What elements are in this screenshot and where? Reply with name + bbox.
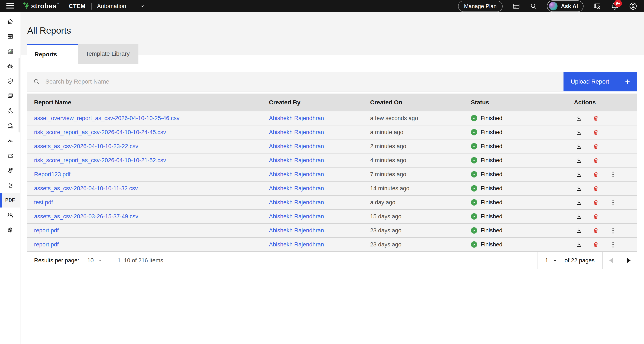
delete-button[interactable]	[593, 213, 599, 220]
table-row: assets_as_csv-2026-04-10-10-11-32.csv Ab…	[27, 181, 637, 196]
next-page-button[interactable]	[620, 252, 637, 269]
search-icon[interactable]	[530, 2, 537, 10]
sidebar-item-activity[interactable]	[0, 133, 20, 148]
sidebar-item-automation-sync[interactable]	[0, 118, 20, 133]
download-button[interactable]	[576, 115, 582, 122]
status-check-icon	[471, 185, 477, 191]
status-check-icon	[471, 227, 477, 234]
created-by-link[interactable]: Abishekh Rajendhran	[269, 227, 324, 234]
status-cell: Finished	[471, 171, 574, 178]
overflow-menu-button[interactable]	[610, 227, 616, 234]
sidebar-item-vulnerabilities[interactable]	[0, 59, 20, 74]
menu-icon[interactable]	[6, 3, 14, 9]
status-check-icon	[471, 115, 477, 121]
upload-report-button[interactable]: Upload Report +	[564, 72, 637, 91]
created-by-link[interactable]: Abishekh Rajendhran	[269, 129, 324, 136]
created-by-link[interactable]: Abishekh Rajendhran	[269, 241, 324, 248]
created-by-link[interactable]: Abishekh Rajendhran	[269, 185, 324, 191]
items-range-label: 1–10 of 216 items	[118, 257, 163, 264]
chevron-down-icon	[553, 258, 557, 263]
tab-bar: Reports Template Library	[27, 44, 138, 64]
status-label: Finished	[481, 241, 502, 248]
manage-plan-button[interactable]: Manage Plan	[458, 1, 502, 12]
status-cell: Finished	[471, 157, 574, 164]
created-by-link[interactable]: Abishekh Rajendhran	[269, 115, 324, 121]
per-page-select[interactable]: 10	[87, 257, 103, 264]
download-button[interactable]	[576, 143, 582, 150]
report-name-link[interactable]: risk_score_report_as_csv-2026-04-10-10-2…	[34, 129, 166, 136]
column-header-report-name: Report Name	[27, 99, 269, 106]
previous-page-button[interactable]	[603, 252, 620, 269]
download-button[interactable]	[576, 241, 582, 248]
report-name-link[interactable]: assets_as_csv-2026-04-10-10-23-22.csv	[34, 143, 138, 150]
total-pages-label: of 22 pages	[564, 257, 594, 264]
created-by-link[interactable]: Abishekh Rajendhran	[269, 171, 324, 177]
sidebar-item-patch-cycle[interactable]	[0, 163, 20, 178]
sidebar-item-assets-table[interactable]	[0, 88, 20, 103]
left-sidebar: PDF	[0, 12, 20, 344]
demo-video-icon[interactable]	[593, 2, 601, 10]
activity-icon	[6, 137, 14, 144]
billing-card-icon[interactable]	[512, 2, 520, 10]
user-avatar-icon[interactable]	[629, 2, 638, 11]
ask-ai-button[interactable]: Ask AI	[547, 0, 584, 12]
report-name-link[interactable]: assets_as_csv-2026-03-26-15-37-49.csv	[34, 213, 138, 220]
sidebar-scrollbar[interactable]	[18, 58, 20, 133]
caret-left-icon	[609, 258, 613, 263]
table-row: risk_score_report_as_csv-2026-04-10-10-2…	[27, 154, 637, 168]
delete-button[interactable]	[593, 185, 599, 192]
tab-reports[interactable]: Reports	[27, 44, 78, 64]
sidebar-item-pdf-reports[interactable]: PDF	[0, 193, 20, 207]
download-button[interactable]	[576, 213, 582, 220]
table-body: asset_overview_report_as_csv-2026-04-10-…	[27, 111, 637, 252]
delete-button[interactable]	[593, 115, 599, 122]
overflow-menu-button[interactable]	[610, 199, 616, 206]
created-on-value: 2 minutes ago	[370, 143, 471, 150]
created-by-link[interactable]: Abishekh Rajendhran	[269, 143, 324, 150]
report-name-link[interactable]: risk_score_report_as_csv-2026-04-10-10-2…	[34, 157, 166, 164]
download-button[interactable]	[576, 129, 582, 136]
download-button[interactable]	[576, 157, 582, 164]
download-button[interactable]	[576, 199, 582, 206]
sidebar-item-dashboard[interactable]	[0, 29, 20, 44]
delete-button[interactable]	[593, 157, 599, 164]
sync-settings-icon	[6, 122, 14, 129]
overflow-menu-button[interactable]	[610, 171, 616, 178]
created-by-link[interactable]: Abishekh Rajendhran	[269, 157, 324, 164]
report-name-link[interactable]: assets_as_csv-2026-04-10-10-11-32.csv	[34, 185, 138, 191]
tab-template-library[interactable]: Template Library	[78, 44, 138, 64]
download-button[interactable]	[576, 185, 582, 192]
report-name-link[interactable]: report.pdf	[34, 227, 59, 234]
created-by-link[interactable]: Abishekh Rajendhran	[269, 199, 324, 206]
sidebar-item-tickets[interactable]	[0, 148, 20, 163]
strobes-logo[interactable]: strobes ™	[22, 2, 60, 10]
notification-badge: 9+	[614, 0, 622, 7]
report-name-link[interactable]: asset_overview_report_as_csv-2026-04-10-…	[34, 115, 180, 121]
created-by-link[interactable]: Abishekh Rajendhran	[269, 213, 324, 220]
table-icon	[6, 92, 14, 100]
sidebar-item-org-hierarchy[interactable]	[0, 103, 20, 118]
report-name-link[interactable]: Report123.pdf	[34, 171, 70, 177]
status-label: Finished	[481, 143, 502, 150]
delete-button[interactable]	[593, 227, 599, 234]
delete-button[interactable]	[593, 241, 599, 248]
overflow-menu-button[interactable]	[610, 241, 616, 248]
download-button[interactable]	[576, 227, 582, 234]
sidebar-item-home[interactable]	[0, 14, 20, 29]
delete-button[interactable]	[593, 171, 599, 178]
report-name-link[interactable]: report.pdf	[34, 241, 59, 248]
download-button[interactable]	[576, 171, 582, 178]
delete-button[interactable]	[593, 199, 599, 206]
delete-button[interactable]	[593, 143, 599, 150]
sidebar-item-settings[interactable]	[0, 222, 20, 237]
sidebar-item-apps[interactable]	[0, 44, 20, 59]
sidebar-item-report-card[interactable]	[0, 178, 20, 193]
sidebar-item-users[interactable]	[0, 207, 20, 222]
sidebar-item-compliance[interactable]	[0, 74, 20, 88]
search-input[interactable]	[45, 78, 558, 85]
module-chevron-down-icon[interactable]	[139, 3, 146, 9]
report-name-link[interactable]: test.pdf	[34, 199, 53, 206]
module-switcher-label[interactable]: Automation	[97, 3, 126, 9]
page-number-select[interactable]: 1	[545, 257, 557, 264]
delete-button[interactable]	[593, 129, 599, 136]
